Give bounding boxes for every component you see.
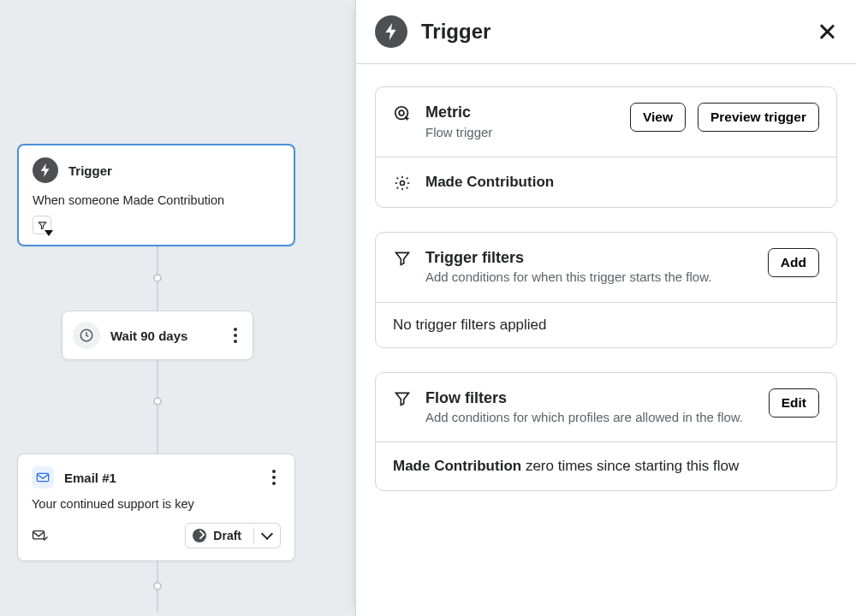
metric-section: Metric Flow trigger View Preview trigger… (375, 86, 837, 208)
filter-icon[interactable] (33, 216, 51, 234)
metric-title: Metric (425, 103, 616, 122)
view-button[interactable]: View (630, 103, 686, 132)
lightning-icon (33, 157, 58, 183)
trigger-node-title: Trigger (68, 163, 112, 178)
flow-filters-section: Flow filters Add conditions for which pr… (375, 372, 837, 492)
trigger-filters-section: Trigger filters Add conditions for when … (375, 232, 837, 348)
lightning-icon (375, 15, 407, 48)
flow-filters-description: Add conditions for which profiles are al… (425, 409, 755, 426)
pencil-circle-icon (193, 529, 206, 542)
panel-title: Trigger (421, 20, 803, 44)
metric-value: Made Contribution (425, 173, 819, 191)
status-label: Draft (213, 529, 241, 542)
envelope-icon (32, 466, 54, 489)
target-click-icon (393, 104, 412, 123)
side-panel: Trigger Metric Flow trigger View Preview… (355, 0, 856, 616)
gear-icon (393, 175, 412, 192)
panel-header: Trigger (356, 0, 856, 64)
flow-filters-title: Flow filters (425, 388, 755, 408)
more-actions-button[interactable] (267, 470, 281, 485)
envelope-check-icon[interactable] (32, 529, 49, 542)
more-actions-button[interactable] (229, 328, 242, 343)
svg-rect-2 (33, 531, 45, 539)
email-node-subject: Your continued support is key (32, 497, 281, 511)
wait-node-label: Wait 90 days (110, 329, 218, 343)
status-dropdown[interactable]: Draft (185, 523, 281, 548)
flow-connector-dot (153, 274, 162, 282)
svg-rect-1 (37, 473, 48, 481)
flow-filter-summary-bold: Made Contribution (393, 458, 521, 474)
wait-node[interactable]: Wait 90 days (62, 311, 253, 360)
trigger-node[interactable]: Trigger When someone Made Contribution (17, 144, 295, 246)
filter-icon (393, 250, 412, 267)
trigger-filters-description: Add conditions for when this trigger sta… (425, 269, 754, 286)
email-node-title: Email #1 (64, 471, 257, 485)
chevron-down-icon (261, 528, 273, 540)
flow-connector-dot (153, 397, 162, 406)
close-button[interactable] (817, 21, 837, 42)
email-node[interactable]: Email #1 Your continued support is key D… (17, 453, 295, 561)
edit-flow-filter-button[interactable]: Edit (769, 388, 819, 418)
metric-subtitle: Flow trigger (425, 124, 616, 141)
preview-trigger-button[interactable]: Preview trigger (698, 103, 819, 132)
filter-icon (393, 390, 412, 407)
svg-point-4 (399, 110, 404, 116)
flow-filters-summary: Made Contribution zero times since start… (376, 441, 836, 490)
flow-canvas[interactable]: Trigger When someone Made Contribution W… (0, 0, 355, 616)
svg-point-5 (401, 181, 405, 185)
flow-filter-summary-rest: zero times since starting this flow (521, 458, 739, 474)
flow-connector-dot (153, 582, 162, 590)
trigger-node-description: When someone Made Contribution (33, 193, 280, 207)
add-trigger-filter-button[interactable]: Add (768, 248, 819, 277)
trigger-filters-status: No trigger filters applied (376, 302, 836, 347)
trigger-filters-title: Trigger filters (425, 248, 754, 268)
clock-icon (73, 322, 100, 349)
